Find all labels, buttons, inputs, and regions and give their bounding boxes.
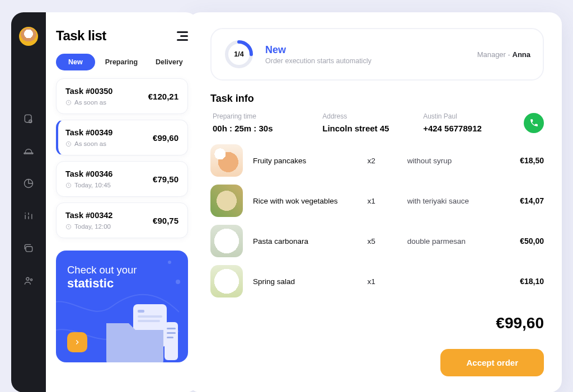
prep-time: Preparing time 00h : 25m : 30s bbox=[213, 112, 313, 133]
order-items: Fruity pancakes x2 without syrup €18,50 … bbox=[210, 144, 544, 297]
order-item: Rice with wok vegetables x1 with teriyak… bbox=[210, 185, 544, 217]
task-when: As soon as bbox=[65, 140, 112, 147]
task-info-row: Preparing time 00h : 25m : 30s Address L… bbox=[210, 112, 544, 133]
task-when: Today, 12:00 bbox=[65, 223, 112, 230]
task-price: €79,50 bbox=[153, 174, 179, 184]
clock-icon bbox=[65, 141, 72, 147]
task-price: €99,60 bbox=[153, 133, 179, 143]
clock-icon bbox=[65, 182, 72, 188]
menu-icon[interactable] bbox=[177, 31, 188, 41]
progress-text: 1/4 bbox=[224, 39, 254, 69]
task-info-title: Task info bbox=[210, 93, 544, 105]
avatar[interactable] bbox=[19, 27, 38, 46]
item-qty: x1 bbox=[367, 197, 397, 205]
task-when: As soon as bbox=[65, 99, 112, 106]
status-card: 1/4 New Order execution starts automatic… bbox=[210, 28, 544, 81]
item-name: Spring salad bbox=[253, 277, 357, 286]
customer-phone: Austin Paul +424 56778912 bbox=[423, 112, 515, 133]
task-when: Today, 10:45 bbox=[65, 182, 112, 188]
item-modifier: with teriyaki sauce bbox=[407, 197, 482, 205]
app-shell: Task list NewPreparingDelivery Task #003… bbox=[11, 12, 562, 392]
clock-icon bbox=[65, 224, 72, 230]
accept-order-button[interactable]: Accept order bbox=[440, 349, 544, 376]
svg-rect-16 bbox=[167, 332, 176, 334]
order-item: Pasta carbonara x5 double parmesan €50,0… bbox=[210, 225, 544, 257]
item-name: Pasta carbonara bbox=[253, 237, 357, 245]
task-id: Task #00346 bbox=[65, 169, 112, 178]
item-price: €18,10 bbox=[492, 277, 544, 286]
item-name: Fruity pancakes bbox=[253, 157, 357, 165]
task-id: Task #00342 bbox=[65, 211, 112, 220]
task-card[interactable]: Task #00349 As soon as €99,60 bbox=[56, 120, 188, 155]
task-price: €90,75 bbox=[153, 216, 179, 225]
task-card[interactable]: Task #00342 Today, 12:00 €90,75 bbox=[56, 202, 188, 238]
task-card[interactable]: Task #00350 As soon as €120,21 bbox=[56, 78, 188, 114]
page-title: Task list bbox=[56, 28, 106, 44]
total-row: €99,60 bbox=[210, 314, 544, 332]
chart-pie-icon[interactable] bbox=[23, 178, 34, 191]
progress-ring: 1/4 bbox=[224, 39, 254, 69]
users-icon[interactable] bbox=[23, 275, 34, 289]
task-price: €120,21 bbox=[148, 92, 179, 101]
tab-delivery[interactable]: Delivery bbox=[148, 54, 191, 70]
nav-rail bbox=[11, 12, 46, 392]
item-thumbnail bbox=[210, 225, 243, 257]
manager-name: Anna bbox=[513, 50, 531, 59]
manager-label: Manager - Anna bbox=[477, 50, 530, 59]
status-title: New bbox=[265, 44, 466, 56]
item-price: €14,07 bbox=[492, 196, 544, 205]
task-cards: Task #00350 As soon as €120,21 Task #003… bbox=[56, 78, 188, 238]
task-id: Task #00349 bbox=[65, 128, 112, 137]
svg-rect-12 bbox=[138, 315, 162, 318]
task-card[interactable]: Task #00346 Today, 10:45 €79,50 bbox=[56, 161, 188, 197]
item-price: €50,00 bbox=[492, 237, 544, 245]
promo-card[interactable]: Check out your statistic bbox=[56, 251, 188, 362]
task-list-panel: Task list NewPreparingDelivery Task #003… bbox=[46, 12, 198, 392]
clock-icon bbox=[65, 100, 72, 106]
item-thumbnail bbox=[210, 144, 243, 177]
food-icon[interactable] bbox=[23, 145, 34, 159]
tab-new[interactable]: New bbox=[56, 54, 95, 70]
svg-rect-17 bbox=[167, 337, 173, 338]
analytics-icon[interactable] bbox=[23, 210, 34, 224]
svg-rect-0 bbox=[25, 115, 31, 122]
order-item: Fruity pancakes x2 without syrup €18,50 bbox=[210, 144, 544, 177]
item-qty: x1 bbox=[367, 277, 397, 286]
item-thumbnail bbox=[210, 185, 243, 217]
item-thumbnail bbox=[210, 265, 243, 297]
tab-preparing[interactable]: Preparing bbox=[97, 54, 145, 70]
svg-rect-11 bbox=[138, 310, 144, 313]
svg-rect-3 bbox=[26, 247, 32, 252]
svg-point-5 bbox=[30, 279, 32, 281]
status-subtitle: Order execution starts automaticly bbox=[265, 57, 466, 65]
task-tabs: NewPreparingDelivery bbox=[56, 54, 188, 70]
folder-icon bbox=[98, 299, 182, 362]
orders-icon[interactable] bbox=[23, 113, 34, 126]
task-id: Task #00350 bbox=[65, 87, 112, 96]
item-qty: x5 bbox=[367, 237, 397, 245]
item-modifier: without syrup bbox=[407, 157, 482, 165]
address: Address Lincoln street 45 bbox=[322, 112, 414, 133]
promo-arrow-button[interactable] bbox=[67, 332, 87, 352]
cards-icon[interactable] bbox=[23, 243, 34, 256]
item-modifier: double parmesan bbox=[407, 237, 482, 245]
task-detail-panel: 1/4 New Order execution starts automatic… bbox=[188, 12, 562, 392]
item-name: Rice with wok vegetables bbox=[253, 197, 357, 205]
call-button[interactable] bbox=[524, 113, 544, 133]
order-item: Spring salad x1 €18,10 bbox=[210, 265, 544, 297]
promo-line1: Check out your bbox=[67, 264, 177, 276]
order-total: €99,60 bbox=[496, 314, 544, 332]
svg-rect-13 bbox=[138, 320, 160, 322]
svg-point-4 bbox=[26, 277, 29, 280]
rail-icons bbox=[23, 113, 34, 289]
item-qty: x2 bbox=[367, 157, 397, 165]
svg-rect-15 bbox=[167, 328, 176, 329]
item-price: €18,50 bbox=[492, 156, 544, 165]
